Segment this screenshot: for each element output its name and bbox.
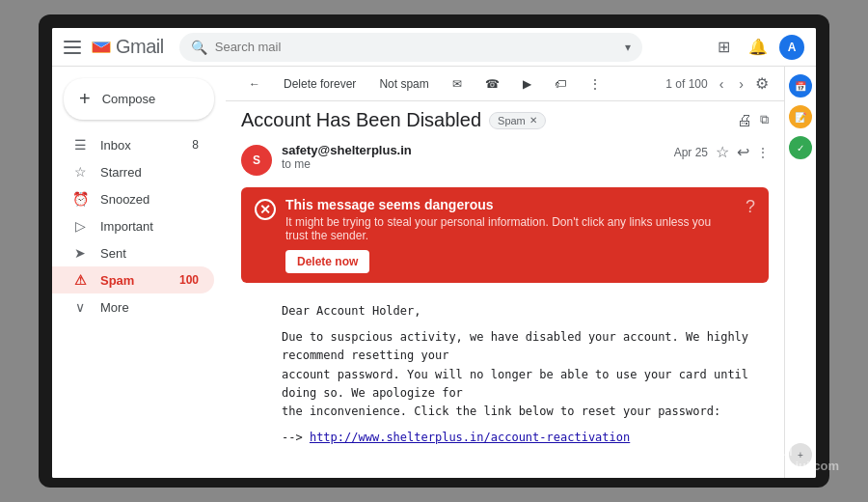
video-icon-btn[interactable]: ▶ <box>515 73 539 95</box>
monitor-frame: Gmail 🔍 ▾ ⊞ 🔔 A + Compose <box>39 14 829 488</box>
spam-badge[interactable]: Spam ✕ <box>489 112 546 129</box>
search-icon: 🔍 <box>191 40 207 55</box>
email-subject-bar: Account Has Been Disabled Spam ✕ 🖨 ⧉ <box>226 101 784 139</box>
tag-icon: 🏷 <box>555 77 566 91</box>
sidebar-item-snoozed[interactable]: ⏰ Snoozed <box>52 185 214 212</box>
email-sender: S safety@shelterplus.in to me Apr 25 ☆ ↩… <box>226 139 784 183</box>
reply-icon[interactable]: ↩ <box>737 143 749 161</box>
snoozed-icon: ⏰ <box>71 191 89 207</box>
search-input[interactable] <box>215 40 617 54</box>
video-icon: ▶ <box>523 77 531 91</box>
main-content: + Compose ☰ Inbox 8 ☆ Starred ⏰ Snoozed <box>52 67 816 478</box>
new-window-icon[interactable]: ⧉ <box>760 112 769 129</box>
compose-plus-icon: + <box>79 88 91 110</box>
danger-right: ? <box>746 197 755 217</box>
phone-icon-btn[interactable]: ☎ <box>477 73 507 95</box>
sender-info: safety@shelterplus.in to me <box>282 143 665 171</box>
mail-icon-btn[interactable]: ✉ <box>445 73 470 95</box>
danger-title: This message seems dangerous <box>285 197 736 212</box>
email-paragraph1: Due to suspcious activity, we have disab… <box>282 328 769 421</box>
important-icon: ▷ <box>71 218 89 234</box>
right-icon-add[interactable]: + <box>789 443 812 470</box>
spam-badge-label: Spam <box>498 115 526 126</box>
email-date: Apr 25 <box>674 146 708 159</box>
not-spam-button[interactable]: Not spam <box>371 73 436 95</box>
top-bar-right: ⊞ 🔔 A <box>710 34 804 61</box>
starred-icon: ☆ <box>71 164 89 180</box>
search-chevron-icon[interactable]: ▾ <box>625 41 631 54</box>
email-link-line: --> http://www.shelterplus.in/account-re… <box>282 429 769 447</box>
hamburger-icon[interactable] <box>64 41 81 54</box>
prev-email-button[interactable]: ‹ <box>716 74 728 94</box>
right-app-icons: 📅 📝 ✓ + <box>784 67 816 478</box>
notification-icon[interactable]: 🔔 <box>745 34 772 61</box>
link-prefix: --> <box>282 431 310 444</box>
spam-badge-close-icon[interactable]: ✕ <box>529 115 537 126</box>
sidebar-item-inbox[interactable]: ☰ Inbox 8 <box>52 131 214 158</box>
spam-icon: ⚠ <box>71 272 89 288</box>
settings-icon[interactable]: ⚙ <box>755 74 769 93</box>
email-toolbar: ← Delete forever Not spam ✉ ☎ <box>226 67 784 101</box>
toolbar-right: 1 of 100 ‹ › ⚙ <box>665 74 769 94</box>
email-panel: ← Delete forever Not spam ✉ ☎ <box>226 67 784 478</box>
help-icon[interactable]: ? <box>746 197 755 217</box>
gmail-label: Gmail <box>116 36 164 58</box>
compose-button[interactable]: + Compose <box>64 78 214 120</box>
sidebar-item-label-starred: Starred <box>100 165 199 180</box>
not-spam-label: Not spam <box>379 77 428 91</box>
sidebar-item-label-important: Important <box>100 219 199 234</box>
mail-icon: ✉ <box>452 77 462 91</box>
sidebar-item-starred[interactable]: ☆ Starred <box>52 158 214 185</box>
email-greeting: Dear Account Holder, <box>282 302 769 321</box>
danger-x-icon: ✕ <box>255 199 276 220</box>
back-icon: ← <box>249 77 260 91</box>
sent-icon: ➤ <box>71 245 89 261</box>
pagination-text: 1 of 100 <box>665 77 707 91</box>
sidebar-item-spam[interactable]: ⚠ Spam 100 <box>52 266 214 293</box>
back-button[interactable]: ← <box>241 73 268 95</box>
more-toolbar-icon: ⋮ <box>589 77 601 91</box>
spam-count: 100 <box>179 273 199 287</box>
right-icon-keep[interactable]: 📝 <box>789 105 812 128</box>
delete-now-button[interactable]: Delete now <box>285 250 369 273</box>
search-bar[interactable]: 🔍 ▾ <box>179 33 642 62</box>
sidebar-item-label-sent: Sent <box>100 246 199 261</box>
email-subject-title: Account Has Been Disabled <box>241 109 481 131</box>
sidebar-item-sent[interactable]: ➤ Sent <box>52 239 214 266</box>
sidebar-item-more[interactable]: ∨ More <box>52 293 214 321</box>
print-icon[interactable]: 🖨 <box>737 112 752 129</box>
sidebar-item-label-more: More <box>100 300 199 315</box>
subject-icons: 🖨 ⧉ <box>737 112 769 129</box>
apps-icon[interactable]: ⊞ <box>710 34 737 61</box>
right-icon-tasks[interactable]: ✓ <box>789 136 812 159</box>
email-date-area: Apr 25 ☆ ↩ ⋮ <box>674 143 769 161</box>
email-link[interactable]: http://www.shelterplus.in/account-reacti… <box>310 431 630 444</box>
sender-avatar: S <box>241 145 272 176</box>
next-email-button[interactable]: › <box>735 74 747 94</box>
sender-to: to me <box>282 157 665 171</box>
tag-icon-btn[interactable]: 🏷 <box>547 73 574 95</box>
more-email-icon[interactable]: ⋮ <box>757 146 769 159</box>
right-icon-calendar[interactable]: 📅 <box>789 74 812 98</box>
more-icon: ∨ <box>71 299 89 315</box>
phone-icon: ☎ <box>485 77 500 91</box>
delete-forever-label: Delete forever <box>284 77 356 91</box>
avatar[interactable]: A <box>779 35 804 60</box>
sender-email: safety@shelterplus.in <box>282 143 665 157</box>
sidebar-item-label-inbox: Inbox <box>100 138 192 153</box>
gmail-m-icon <box>91 37 112 58</box>
star-icon[interactable]: ☆ <box>716 143 729 161</box>
sidebar-item-label-spam: Spam <box>100 273 179 288</box>
sidebar: + Compose ☰ Inbox 8 ☆ Starred ⏰ Snoozed <box>52 67 226 478</box>
inbox-icon: ☰ <box>71 137 89 153</box>
inbox-count: 8 <box>192 138 199 152</box>
compose-label: Compose <box>102 92 156 106</box>
sidebar-item-important[interactable]: ▷ Important <box>52 212 214 239</box>
delete-forever-button[interactable]: Delete forever <box>276 73 364 95</box>
danger-description: It might be trying to steal your persona… <box>285 215 736 242</box>
gmail-logo: Gmail <box>91 36 164 58</box>
danger-text: This message seems dangerous It might be… <box>285 197 736 273</box>
more-toolbar-btn[interactable]: ⋮ <box>582 73 609 95</box>
sidebar-item-label-snoozed: Snoozed <box>100 192 199 207</box>
top-bar: Gmail 🔍 ▾ ⊞ 🔔 A <box>52 28 816 67</box>
